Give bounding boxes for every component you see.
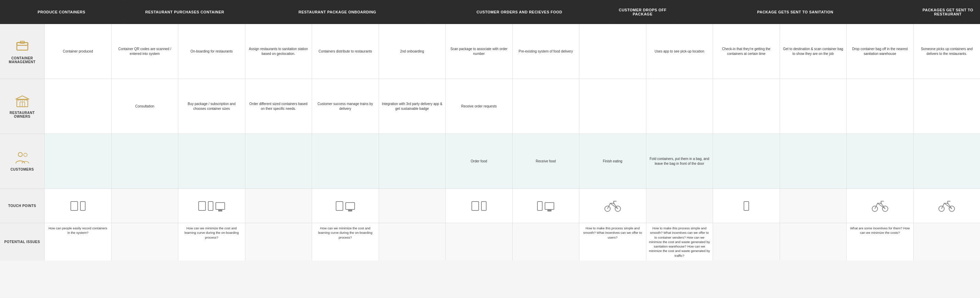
cust-cell-7: Order food	[445, 134, 513, 189]
cust-cell-8: Receive food	[513, 134, 580, 189]
cust-cell-12	[780, 134, 847, 189]
issue-cell-12	[780, 223, 847, 261]
cm-cell-5: Containers distribute to restaurants	[312, 24, 379, 79]
issue-cell-14	[914, 223, 980, 261]
cust-cell-5	[312, 134, 379, 189]
phone-icon-2	[208, 201, 213, 211]
cm-cell-4: Assign restaurants to sanitation station…	[245, 24, 312, 79]
cm-cell-14: Someone picks up containers and delivers…	[914, 24, 980, 79]
touchpoints-cells	[45, 189, 980, 223]
ro-cell-5: Customer success manage trains by delive…	[312, 79, 379, 133]
cust-cell-13	[847, 134, 914, 189]
touchpoints-label: TOUCH POINTS	[0, 189, 45, 223]
restaurant-owners-text: RESTAURANT OWNERS	[2, 111, 43, 119]
cm-cell-9	[579, 24, 646, 79]
tablet-icon-3	[336, 201, 343, 211]
header-dropoff: CUSTOMER DROPS OFF PACKAGE	[611, 0, 675, 24]
issues-cells: How can people easily record containers …	[45, 223, 980, 261]
ro-cell-2: Consultation	[112, 79, 179, 133]
tp-cell-8	[513, 189, 580, 223]
monitor-icon-3	[545, 202, 554, 210]
cust-cell-6	[379, 134, 446, 189]
cust-cell-9: Finish eating	[579, 134, 646, 189]
customers-row: CUSTOMERS Order food Receive food Finish…	[0, 134, 980, 189]
tp-cell-14	[914, 189, 980, 223]
tablet-icon-4	[471, 201, 479, 211]
cust-cell-4	[245, 134, 312, 189]
tp-cell-1	[45, 189, 112, 223]
issue-cell-6	[379, 223, 446, 261]
issue-cell-1: How can people easily record containers …	[45, 223, 112, 261]
cm-cell-8: Pre-existing system of food delivery	[513, 24, 580, 79]
header-sent-restaurant: PACKAGES GET SENT TO RESTAURANT	[916, 0, 980, 24]
phone-icon	[80, 201, 86, 211]
header-row: PRODUCE CONTAINERS RESTAURANT PURCHASES …	[0, 0, 980, 24]
tp-cell-13	[847, 189, 914, 223]
tablet-icon-2	[198, 201, 206, 211]
svg-point-17	[613, 203, 614, 204]
issue-cell-2	[112, 223, 179, 261]
header-produce: PRODUCE CONTAINERS	[0, 0, 123, 24]
svg-point-14	[24, 153, 27, 157]
customers-label: CUSTOMERS	[0, 134, 45, 189]
ro-cell-13	[847, 79, 914, 133]
cm-cell-3: On-boarding for restaurants	[178, 24, 245, 79]
ro-cell-3: Buy package / subscription and chooses c…	[178, 79, 245, 133]
cm-cell-12: Get to destination & scan container bag …	[780, 24, 847, 79]
issues-label: POTENTIAL ISSUES	[0, 223, 45, 261]
container-management-cells: Container produced Container QR codes ar…	[45, 24, 980, 79]
header-purchase: RESTAURANT PURCHASES CONTAINER	[123, 0, 247, 24]
restaurant-icon	[15, 94, 30, 108]
cust-cell-3	[178, 134, 245, 189]
tp-cell-5	[312, 189, 379, 223]
cm-cell-11: Check-in that they're getting the contai…	[713, 24, 780, 79]
issue-cell-9: How to make this process simple and smoo…	[579, 223, 646, 261]
svg-point-20	[880, 203, 882, 204]
cust-cell-1	[45, 134, 112, 189]
restaurant-owners-cells: Consultation Buy package / subscription …	[45, 79, 980, 133]
issue-cell-13: What are some incentives for them? How c…	[847, 223, 914, 261]
tp-cell-11	[713, 189, 780, 223]
tp-cell-7	[445, 189, 513, 223]
issue-cell-4	[245, 223, 312, 261]
svg-point-13	[18, 152, 22, 157]
header-orders: CUSTOMER ORDERS AND RECIEVES FOOD	[428, 0, 611, 24]
bike-icon-2	[872, 200, 889, 212]
restaurant-owners-row: RESTAURANT OWNERS Consultation Buy packa…	[0, 79, 980, 134]
monitor-icon	[215, 202, 225, 210]
ro-cell-4: Order different sized containers based o…	[245, 79, 312, 133]
ro-cell-12	[780, 79, 847, 133]
ro-cell-1	[45, 79, 112, 133]
ro-cell-7: Receive order requests	[445, 79, 513, 133]
issue-cell-10: How to make this process simple and smoo…	[646, 223, 713, 261]
cm-cell-2: Container QR codes are scanned / entered…	[112, 24, 179, 79]
ro-cell-8	[513, 79, 580, 133]
issues-row: POTENTIAL ISSUES How can people easily r…	[0, 223, 980, 261]
tp-cell-10	[646, 189, 713, 223]
ro-cell-10	[646, 79, 713, 133]
issue-cell-11	[713, 223, 780, 261]
header-sanitation: PACKAGE GETS SENT TO SANITATION	[675, 0, 916, 24]
customers-icon	[15, 151, 30, 165]
phone-icon-5	[744, 201, 749, 211]
cm-cell-7: Scan package to associate with order num…	[445, 24, 513, 79]
ro-cell-6: Integration with 3rd party delivery app …	[379, 79, 446, 133]
phone-icon-4	[537, 201, 542, 211]
issue-cell-5: How can we minimize the cost and learnin…	[312, 223, 379, 261]
tp-cell-6	[379, 189, 446, 223]
cm-cell-10: Uses app to see pick-up location	[646, 24, 713, 79]
header-onboarding: RESTAURANT PACKAGE ONBOARDING	[247, 0, 429, 24]
tp-cell-4	[245, 189, 312, 223]
tp-cell-2	[112, 189, 179, 223]
customers-text: CUSTOMERS	[10, 168, 34, 171]
cust-cell-14	[914, 134, 980, 189]
container-management-text: CONTAINER MANAGEMENT	[2, 56, 43, 64]
cm-cell-1: Container produced	[45, 24, 112, 79]
issue-cell-7	[445, 223, 513, 261]
customers-cells: Order food Receive food Finish eating Fo…	[45, 134, 980, 189]
cm-cell-13: Drop container bag off in the nearest sa…	[847, 24, 914, 79]
container-management-row: CONTAINER MANAGEMENT Container produced …	[0, 24, 980, 79]
monitor-icon-2	[345, 202, 355, 210]
svg-rect-0	[17, 43, 28, 50]
tablet-icon	[70, 201, 78, 211]
